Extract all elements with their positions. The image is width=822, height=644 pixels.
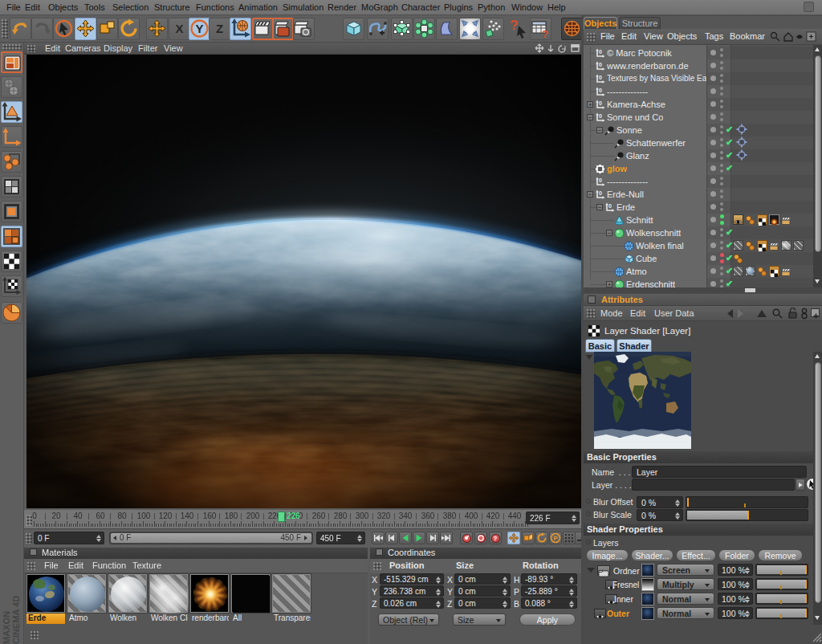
svg-text:P: P <box>554 535 559 542</box>
svg-text:0: 0 <box>599 190 602 196</box>
svg-text:?: ? <box>542 28 548 39</box>
svg-text:0: 0 <box>599 49 602 55</box>
svg-text:0: 0 <box>599 100 602 106</box>
svg-text:0: 0 <box>599 88 602 93</box>
svg-text:?: ? <box>494 535 498 542</box>
svg-text:0: 0 <box>599 113 602 119</box>
svg-text:0: 0 <box>599 177 602 183</box>
svg-text:0: 0 <box>599 62 602 67</box>
svg-text:?: ? <box>510 18 518 33</box>
svg-text:0: 0 <box>599 75 602 80</box>
svg-text:0: 0 <box>608 203 612 209</box>
